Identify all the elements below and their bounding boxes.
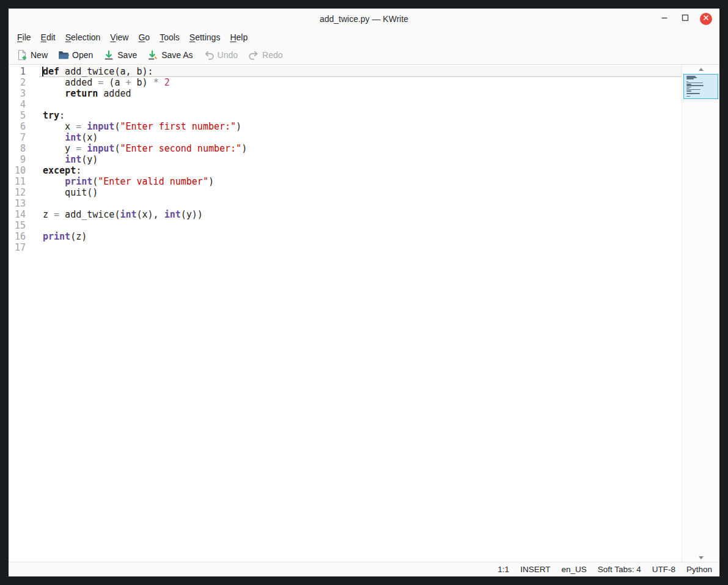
new-button[interactable]: New [13, 48, 50, 62]
maximize-button[interactable] [679, 13, 691, 25]
code-line-10[interactable]: except: [39, 165, 682, 176]
document-save-icon [103, 49, 115, 61]
window-title: add_twice.py — KWrite [9, 14, 719, 24]
menu-tools[interactable]: Tools [155, 31, 185, 44]
line-number: 1 [9, 66, 39, 77]
code-area[interactable]: def add_twice(a, b): added = (a + b) * 2… [39, 65, 682, 562]
code-line-1[interactable]: def add_twice(a, b): [39, 66, 682, 77]
scroll-up-button[interactable] [682, 65, 719, 73]
line-number: 3 [9, 88, 39, 99]
code-line-6[interactable]: x = input("Enter first number:") [39, 121, 682, 132]
minimap[interactable] [682, 73, 719, 553]
line-number: 15 [9, 220, 39, 231]
code-line-16[interactable]: print(z) [39, 231, 682, 242]
undo-button: Undo [200, 48, 240, 62]
menu-go[interactable]: Go [133, 31, 155, 44]
menu-selection[interactable]: Selection [61, 31, 106, 44]
editor-area: 1234567891011121314151617 def add_twice(… [9, 65, 719, 562]
line-number: 16 [9, 231, 39, 242]
line-number: 5 [9, 110, 39, 121]
line-number: 8 [9, 143, 39, 154]
code-line-7[interactable]: int(x) [39, 132, 682, 143]
code-line-8[interactable]: y = input("Enter second number:") [39, 143, 682, 154]
status-syntax-highlighting[interactable]: Python [685, 565, 713, 574]
menu-settings[interactable]: Settings [185, 31, 226, 44]
document-open-icon [57, 49, 70, 61]
status-dictionary[interactable]: en_US [560, 565, 587, 574]
line-number: 6 [9, 121, 39, 132]
menu-edit[interactable]: Edit [36, 31, 61, 44]
toolbar-button-label: Save As [161, 50, 193, 60]
menu-help[interactable]: Help [225, 31, 252, 44]
code-line-3[interactable]: return added [39, 88, 682, 99]
code-line-13[interactable] [39, 198, 682, 209]
window-controls [658, 9, 712, 29]
edit-undo-icon [203, 49, 215, 61]
document-new-icon [16, 49, 28, 61]
toolbar-button-label: New [31, 50, 48, 60]
code-line-4[interactable] [39, 99, 682, 110]
line-number: 17 [9, 242, 39, 253]
minimize-button[interactable] [658, 13, 671, 25]
code-line-2[interactable]: added = (a + b) * 2 [39, 77, 682, 88]
scroll-down-button[interactable] [682, 553, 719, 562]
arrow-up-icon [699, 68, 704, 71]
status-cursor-position[interactable]: 1:1 [496, 565, 510, 574]
code-line-5[interactable]: try: [39, 110, 682, 121]
toolbar-button-label: Open [72, 50, 93, 60]
code-line-11[interactable]: print("Enter valid number") [39, 176, 682, 187]
status-input-mode[interactable]: INSERT [519, 565, 551, 574]
status-encoding[interactable]: UTF-8 [651, 565, 677, 574]
code-line-12[interactable]: quit() [39, 187, 682, 198]
kwrite-window: add_twice.py — KWrite FileEditSelectionV… [9, 9, 719, 576]
menu-view[interactable]: View [105, 31, 133, 44]
line-number: 9 [9, 154, 39, 165]
statusbar: 1:1INSERTen_USSoft Tabs: 4UTF-8Python [9, 562, 719, 576]
code-line-14[interactable]: z = add_twice(int(x), int(y)) [39, 209, 682, 220]
line-number: 4 [9, 99, 39, 110]
line-number: 10 [9, 165, 39, 176]
text-cursor [42, 67, 43, 76]
titlebar[interactable]: add_twice.py — KWrite [9, 9, 719, 29]
save-as-button[interactable]: Save As [144, 48, 195, 62]
close-icon [700, 12, 711, 25]
minimap-view-indicator[interactable] [683, 74, 718, 99]
status-indent-mode[interactable]: Soft Tabs: 4 [597, 565, 642, 574]
toolbar-button-label: Undo [218, 50, 238, 60]
menubar: FileEditSelectionViewGoToolsSettingsHelp [9, 29, 719, 46]
edit-redo-icon [248, 49, 260, 61]
line-number: 2 [9, 77, 39, 88]
toolbar-button-label: Redo [262, 50, 282, 60]
code-line-15[interactable] [39, 220, 682, 231]
save-button[interactable]: Save [100, 48, 139, 62]
toolbar-button-label: Save [117, 50, 137, 60]
redo-button: Redo [245, 48, 285, 62]
minimize-icon [659, 12, 670, 25]
code-line-17[interactable] [39, 242, 682, 253]
menu-file[interactable]: File [12, 31, 36, 44]
line-number-gutter[interactable]: 1234567891011121314151617 [9, 65, 39, 562]
maximize-icon [680, 12, 691, 25]
line-number: 13 [9, 198, 39, 209]
line-number: 12 [9, 187, 39, 198]
code-line-9[interactable]: int(y) [39, 154, 682, 165]
close-button[interactable] [700, 13, 712, 25]
toolbar: NewOpenSaveSave AsUndoRedo [9, 46, 719, 65]
arrow-down-icon [699, 556, 704, 559]
line-number: 7 [9, 132, 39, 143]
line-number: 14 [9, 209, 39, 220]
open-button[interactable]: Open [55, 48, 95, 62]
document-save-as-icon [147, 49, 159, 61]
minimap-scrollbar [682, 65, 719, 562]
line-number: 11 [9, 176, 39, 187]
